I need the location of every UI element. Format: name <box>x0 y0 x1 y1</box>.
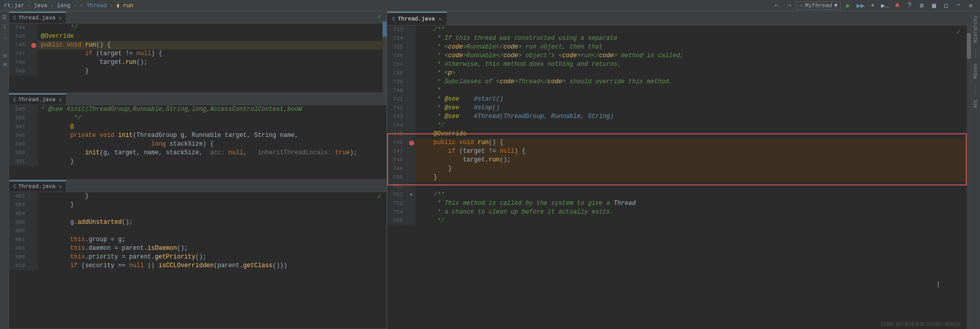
table-row: 744 */ <box>387 121 971 130</box>
coverage-button[interactable]: ● <box>868 1 878 11</box>
subpane2-tab-close[interactable]: ✕ <box>59 97 62 103</box>
table-row: 350 init(g, target, name, stackSize, acc… <box>9 149 387 157</box>
editor-container: C Thread.java ✕ 744 */ 745 <box>9 11 980 329</box>
table-row: 349 long stackSize) { <box>9 140 387 149</box>
table-row: 753 * This method is called by the syste… <box>387 199 971 208</box>
help-icon[interactable]: ? <box>904 1 915 11</box>
subpane3-tab-close[interactable]: ✕ <box>59 183 62 190</box>
subpane3-tab[interactable]: C Thread.java ✕ <box>9 180 66 192</box>
sidebar-hierarchy-label[interactable]: Hierarchy <box>973 13 978 45</box>
right-editor-pane: C Thread.java ✕ ✓ 733 /** <box>387 11 971 329</box>
subpane2-tab-label: Thread.java <box>18 97 56 103</box>
table-row: 740 * <box>387 86 971 95</box>
subpane1-tab[interactable]: C Thread.java ✕ <box>9 12 66 23</box>
run-profile-button[interactable]: ▶… <box>880 1 890 11</box>
table-row: 743 * @see #Thread(ThreadGroup, Runnable… <box>387 112 971 121</box>
left-subpane-1: C Thread.java ✕ 744 */ 745 <box>9 11 387 93</box>
breakpoint-icon <box>31 43 36 48</box>
run-config-dropdown[interactable]: ○ MyThread ▼ <box>796 2 841 10</box>
sidebar-icon-2[interactable]: 1 <box>1 22 9 31</box>
java-icon-2: C <box>13 97 16 103</box>
right-code-lines: 733 /** 734 * If this thread was constru… <box>387 26 971 225</box>
subpane1-tab-close[interactable]: ✕ <box>59 15 62 21</box>
breadcrumb-lang: lang <box>57 3 70 9</box>
table-row: 405 g.addUnstarted(); <box>9 218 387 227</box>
dropdown-arrow-icon: ▼ <box>834 3 838 9</box>
sidebar-icon-1[interactable]: ☰ <box>1 13 9 21</box>
table-row: 406 <box>9 227 387 236</box>
table-row: 742 * @see #stop() <box>387 104 971 112</box>
table-row: 402 } ✓ <box>9 192 387 201</box>
table-row: 752 ▶ /** <box>387 191 971 199</box>
stop-button[interactable]: ■ <box>892 1 902 11</box>
table-row: 348 private void init(ThreadGroup g, Run… <box>9 131 387 140</box>
right-tab[interactable]: C Thread.java ✕ <box>387 12 447 25</box>
sidebar-icon-5[interactable]: 构 <box>1 55 9 63</box>
subpane3-tab-label: Thread.java <box>18 183 56 190</box>
subpane1-tabbar: C Thread.java ✕ <box>9 11 387 24</box>
check-mark-3: ✓ <box>377 192 381 201</box>
right-tab-label: Thread.java <box>398 16 435 22</box>
breadcrumb-rtjar: rt.jar <box>4 3 25 9</box>
left-sidebar: ☰ 1 ⎯ 结 构 <box>0 11 9 329</box>
table-row: 755 */ <box>387 217 971 225</box>
nav-back-icon[interactable]: ← <box>772 1 782 11</box>
right-scrollbar[interactable] <box>967 26 971 329</box>
run-button[interactable]: ▶ <box>843 1 853 11</box>
table-row: 735 * <code>Runnable</code> run object, … <box>387 43 971 52</box>
table-row: 746 public void run() { <box>9 41 387 50</box>
table-row: 750 } <box>387 173 971 182</box>
left-subpane-3: C Thread.java ✕ 402 } ✓ <box>9 180 387 329</box>
left-editor-pane: C Thread.java ✕ 744 */ 745 <box>9 11 387 329</box>
layout-icon[interactable]: ▦ <box>929 1 939 11</box>
text-cursor: | <box>937 281 940 288</box>
right-code-scroll[interactable]: ✓ 733 /** 734 * If this thread was const… <box>387 26 971 329</box>
table-row: 745 @Override <box>9 32 387 41</box>
minimize-icon[interactable]: − <box>953 1 964 11</box>
subpane2-lines: 345 * @see #init(ThreadGroup,Runnable,St… <box>9 105 387 166</box>
table-row: 747 if (target != null) { <box>387 147 971 156</box>
table-row: 409 this.priority = parent.getPriority()… <box>9 253 387 262</box>
breadcrumb-thread: ○ Thread <box>80 3 107 9</box>
sidebar-icon-3[interactable]: ⎯ <box>1 32 9 40</box>
fold-arrow-icon: ▶ <box>410 191 413 199</box>
table-row: 737 * otherwise, this method does nothin… <box>387 60 971 69</box>
subpane1-tab-label: Thread.java <box>18 15 56 21</box>
java-icon: C <box>13 15 16 21</box>
check-mark-1: ✓ <box>377 12 381 20</box>
right-tab-close[interactable]: ✕ <box>439 16 442 22</box>
sidebar-icon-4[interactable]: 结 <box>1 46 9 54</box>
nav-forward-icon[interactable]: → <box>784 1 794 11</box>
subpane3-code[interactable]: 402 } ✓ 403 } 404 <box>9 192 387 270</box>
table-row: 408 this.daemon = parent.isDaemon(); <box>9 244 387 253</box>
subpane3-tabbar: C Thread.java ✕ <box>9 180 387 192</box>
table-row: 751 <box>387 182 971 191</box>
breakpoint-icon-right <box>409 140 414 146</box>
subpane1-code[interactable]: 744 */ 745 @Override 746 <box>9 24 387 76</box>
java-icon-3: C <box>13 184 16 190</box>
right-check-mark: ✓ <box>957 28 961 36</box>
top-bar: rt.jar › java › lang › ○ Thread › ▮ run … <box>0 0 980 11</box>
sidebar-ant-label[interactable]: Ant <box>973 97 978 110</box>
table-row: 749 } <box>387 165 971 173</box>
scroll-thumb-1 <box>383 21 387 37</box>
debug-button[interactable]: ▶▶ <box>855 1 866 11</box>
sidebar-maven-label[interactable]: Maven <box>973 61 978 81</box>
table-row: 734 * If this thread was constructed usi… <box>387 34 971 43</box>
maximize-icon[interactable]: ◻ <box>941 1 951 11</box>
close-icon[interactable]: ✕ <box>966 1 976 11</box>
table-row: 736 * <code>Runnable</code> object's <co… <box>387 52 971 60</box>
subpane2-tab[interactable]: C Thread.java ✕ <box>9 93 66 105</box>
breadcrumb-java: java <box>34 3 47 9</box>
table-row: 754 * a chance to clean up before it act… <box>387 208 971 217</box>
table-row: 346 */ <box>9 114 387 123</box>
subpane2-code[interactable]: 345 * @see #init(ThreadGroup,Runnable,St… <box>9 105 387 166</box>
settings-icon[interactable]: ⚙ <box>917 1 927 11</box>
scroll-indicator-1 <box>383 11 387 92</box>
table-row: 733 /** <box>387 26 971 34</box>
right-sidebar: Hierarchy Maven Ant <box>971 11 980 329</box>
table-row: 748 target.run(); <box>9 58 387 67</box>
subpane3-lines: 402 } ✓ 403 } 404 <box>9 192 387 270</box>
subpane1-lines: 744 */ 745 @Override 746 <box>9 24 387 76</box>
table-row: 347 @ <box>9 123 387 131</box>
